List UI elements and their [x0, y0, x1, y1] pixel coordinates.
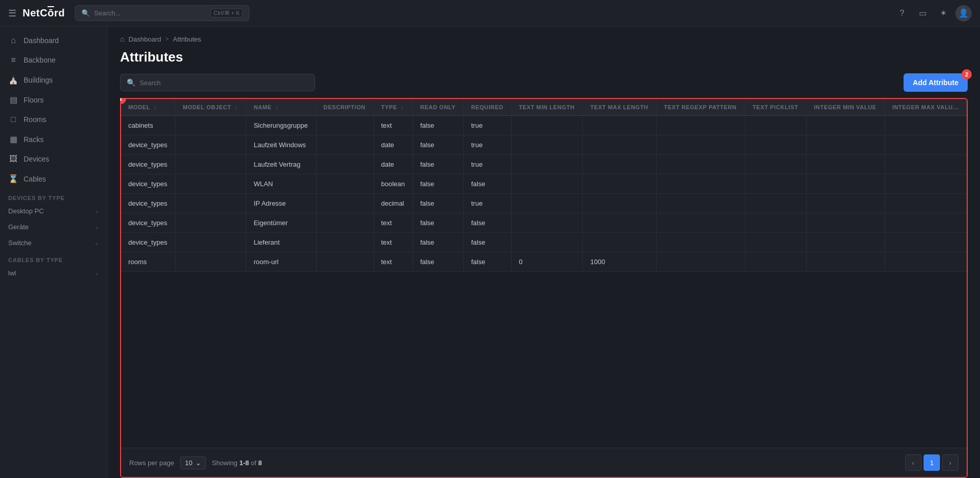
col-model-object[interactable]: MODEL OBJECT ↕ — [175, 99, 246, 116]
col-name[interactable]: NAME ↕ — [246, 99, 316, 116]
table-row[interactable]: device_typesLieferanttextfalsefalse — [121, 233, 967, 252]
sidebar-item-backbone[interactable]: ≡ Backbone — [0, 50, 107, 70]
breadcrumb-home[interactable]: Dashboard — [128, 35, 161, 43]
col-integer-min-value: INTEGER MIN VALUE — [807, 99, 885, 116]
sidebar-item-switche[interactable]: Switche ⌄ — [0, 235, 107, 251]
page-1-button[interactable]: 1 — [924, 454, 940, 471]
cell-type: date — [374, 135, 413, 155]
cell-text_regexp_pattern — [657, 116, 746, 135]
cell-model_object — [175, 155, 246, 174]
table-row[interactable]: device_typesIP Adressedecimalfalsetrue — [121, 194, 967, 213]
cell-required: true — [464, 116, 512, 135]
cell-name: Lieferant — [246, 233, 316, 252]
cell-text_max_length — [583, 174, 657, 194]
table-row[interactable]: device_typesLaufzeit Windowsdatefalsetru… — [121, 135, 967, 155]
cell-model: device_types — [121, 233, 175, 252]
table-body: cabinetsSicherungsgruppetextfalsetruedev… — [121, 116, 967, 272]
cell-integer_max_value — [885, 174, 967, 194]
cell-read_only: false — [413, 155, 463, 174]
cell-text_min_length — [512, 155, 583, 174]
cell-text_max_length — [583, 135, 657, 155]
help-icon[interactable]: ? — [894, 5, 910, 22]
cell-integer_min_value — [807, 116, 885, 135]
search-input[interactable] — [94, 9, 206, 17]
col-model[interactable]: MODEL ↕ — [121, 99, 175, 116]
col-text-regexp-pattern: TEXT REGEXP PATTERN — [657, 99, 746, 116]
topbar-icons: ? ▭ ✶ 👤 — [894, 5, 972, 22]
breadcrumb: ⌂ Dashboard > Attributes — [108, 27, 980, 47]
cell-type: text — [374, 213, 413, 233]
chevron-down-icon: ⌄ — [94, 270, 99, 276]
cell-text_min_length — [512, 174, 583, 194]
floors-icon: ▤ — [8, 95, 18, 105]
cell-integer_min_value — [807, 135, 885, 155]
table-row[interactable]: device_typesEigentümertextfalsefalse — [121, 213, 967, 233]
showing-text: Showing 1-8 of 8 — [212, 459, 262, 467]
topbar: ☰ NetCōrd 🔍 Ctrl/⌘ + K ? ▭ ✶ 👤 — [0, 0, 980, 27]
table-row[interactable]: roomsroom-urltextfalsefalse01000 — [121, 252, 967, 272]
table-row[interactable]: device_typesWLANbooleanfalsefalse — [121, 174, 967, 194]
cell-integer_min_value — [807, 233, 885, 252]
chevron-down-icon: ⌄ — [94, 240, 99, 246]
sidebar-item-dashboard[interactable]: ⌂ Dashboard — [0, 31, 107, 50]
cell-required: false — [464, 213, 512, 233]
attribute-search[interactable]: 🔍 — [120, 74, 315, 91]
cell-integer_min_value — [807, 174, 885, 194]
cell-text_picklist — [745, 116, 807, 135]
cell-type: boolean — [374, 174, 413, 194]
sidebar-item-devices[interactable]: 🖼 Devices — [0, 149, 107, 169]
cell-model_object — [175, 213, 246, 233]
cell-text_regexp_pattern — [657, 194, 746, 213]
sidebar-item-rooms[interactable]: □ Rooms — [0, 110, 107, 129]
settings-icon[interactable]: ✶ — [935, 5, 951, 22]
sidebar-item-lwl[interactable]: lwl ⌄ — [0, 265, 107, 281]
global-search[interactable]: 🔍 Ctrl/⌘ + K — [75, 5, 249, 21]
cell-text_max_length — [583, 155, 657, 174]
col-text-min-length: TEXT MIN LENGTH — [512, 99, 583, 116]
col-read-only: READ ONLY — [413, 99, 463, 116]
sidebar-item-desktop-pc[interactable]: Desktop PC ⌄ — [0, 203, 107, 219]
cell-name: IP Adresse — [246, 194, 316, 213]
attribute-search-input[interactable] — [140, 79, 308, 87]
add-attribute-button[interactable]: Add Attribute 2 — [904, 73, 968, 92]
app-logo: NetCōrd — [23, 7, 65, 19]
sidebar-item-label: Cables — [24, 175, 46, 183]
cell-name: Eigentümer — [246, 213, 316, 233]
cell-description — [316, 252, 374, 272]
sidebar-item-racks[interactable]: ▦ Racks — [0, 129, 107, 149]
terminal-icon[interactable]: ▭ — [914, 5, 931, 22]
next-page-button[interactable]: › — [942, 454, 958, 471]
cell-required: false — [464, 174, 512, 194]
cell-description — [316, 174, 374, 194]
cell-text_max_length — [583, 194, 657, 213]
cell-text_picklist — [745, 213, 807, 233]
cell-required: true — [464, 155, 512, 174]
sidebar-item-buildings[interactable]: ⛪ Buildings — [0, 70, 107, 90]
rows-per-page-select[interactable]: 10 ⌄ — [180, 456, 205, 469]
col-required: REQUIRED — [464, 99, 512, 116]
sidebar-expandable-label: Switche — [8, 239, 89, 247]
table-row[interactable]: cabinetsSicherungsgruppetextfalsetrue — [121, 116, 967, 135]
table-row[interactable]: device_typesLaufzeit Vertragdatefalsetru… — [121, 155, 967, 174]
cell-name: room-url — [246, 252, 316, 272]
menu-icon[interactable]: ☰ — [8, 8, 16, 19]
cell-type: date — [374, 155, 413, 174]
sidebar-item-floors[interactable]: ▤ Floors — [0, 90, 107, 110]
devices-icon: 🖼 — [8, 154, 18, 164]
col-type[interactable]: TYPE ↕ — [374, 99, 413, 116]
rows-per-page-value: 10 — [185, 459, 192, 467]
cell-model_object — [175, 233, 246, 252]
cell-description — [316, 155, 374, 174]
racks-icon: ▦ — [8, 134, 18, 144]
prev-page-button[interactable]: ‹ — [905, 454, 922, 471]
cell-model: device_types — [121, 135, 175, 155]
user-avatar[interactable]: 👤 — [955, 5, 972, 22]
sidebar-item-cables[interactable]: ⌛ Cables — [0, 169, 107, 189]
table-scroll-area[interactable]: MODEL ↕ MODEL OBJECT ↕ NAME ↕ DESCRIPTIO… — [121, 99, 967, 448]
cell-model: rooms — [121, 252, 175, 272]
sidebar-item-label: Racks — [24, 135, 44, 144]
cell-text_regexp_pattern — [657, 135, 746, 155]
sidebar-item-gerate[interactable]: Geräte ⌄ — [0, 219, 107, 235]
cell-integer_max_value — [885, 233, 967, 252]
cell-text_max_length — [583, 116, 657, 135]
